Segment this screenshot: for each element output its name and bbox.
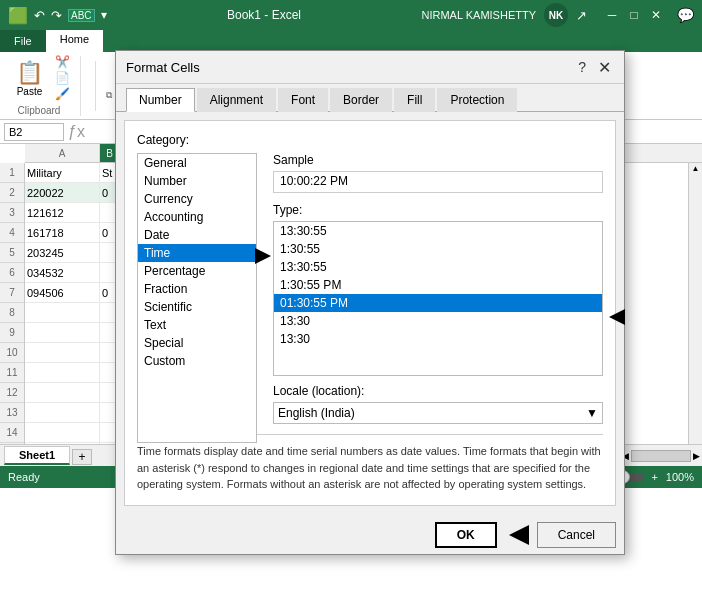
cat-general[interactable]: General [138,154,256,172]
dialog-launcher[interactable]: ⧉ [106,90,112,101]
type-item-0[interactable]: 13:30:55 [274,222,602,240]
row-header-2: 2 [0,183,24,203]
user-avatar: NK [544,3,568,27]
cell-a1[interactable]: Military [25,163,100,183]
tab-font[interactable]: Font [278,88,328,112]
tab-home[interactable]: Home [46,30,103,52]
cat-text[interactable]: Text [138,316,256,334]
horizontal-scroll[interactable]: ◀ ▶ [622,450,702,462]
zoom-in-icon[interactable]: + [651,471,657,483]
cat-accounting[interactable]: Accounting [138,208,256,226]
category-label: Category: [137,133,603,147]
cat-date[interactable]: Date [138,226,256,244]
row-header-13: 13 [0,403,24,423]
locale-label: Locale (location): [273,384,603,398]
add-sheet-button[interactable]: + [72,449,92,465]
tab-number[interactable]: Number [126,88,195,112]
cut-icon[interactable]: ✂️ [55,55,70,69]
tab-alignment[interactable]: Alignment [197,88,276,112]
type-item-1[interactable]: 1:30:55 [274,240,602,258]
type-item-3[interactable]: 1:30:55 PM [274,276,602,294]
cell-a10[interactable] [25,343,100,363]
format-painter-icon[interactable]: 🖌️ [55,87,70,101]
cell-a11[interactable] [25,363,100,383]
row-header-5: 5 [0,243,24,263]
right-panel: Sample 10:00:22 PM Type: 13:30:55 1:30:5… [273,153,603,424]
h-scrollbar-thumb[interactable] [631,450,691,462]
cat-scientific[interactable]: Scientific [138,298,256,316]
modal-buttons: OK Cancel [116,514,624,554]
chat-icon[interactable]: 💬 [677,7,694,23]
cat-custom[interactable]: Custom [138,352,256,370]
cell-a13[interactable] [25,403,100,423]
modal-main: General Number Currency Accounting Date … [137,153,603,424]
type-item-5[interactable]: 13:30 [274,312,602,330]
cell-a3[interactable]: 121612 [25,203,100,223]
cell-a12[interactable] [25,383,100,403]
cell-a7[interactable]: 094506 [25,283,100,303]
locale-select[interactable]: English (India) ▼ [273,402,603,424]
type-list[interactable]: 13:30:55 1:30:55 13:30:55 1:30:55 PM 01:… [273,221,603,376]
cell-a4[interactable]: 161718 [25,223,100,243]
zoom-level: 100% [666,471,694,483]
close-button[interactable]: ✕ [647,6,665,24]
cell-a2[interactable]: 220022 [25,183,100,203]
name-box[interactable]: B2 [4,123,64,141]
title-bar-right: NIRMAL KAMISHETTY NK ↗ ─ □ ✕ 💬 [422,3,695,27]
share-icon[interactable]: ↗ [576,8,587,23]
type-item-6[interactable]: 13:30 [274,330,602,348]
app-title: Book1 - Excel [107,8,422,22]
modal-close-button[interactable]: ✕ [594,57,614,77]
ok-button[interactable]: OK [435,522,497,548]
tab-protection[interactable]: Protection [437,88,517,112]
modal-help-button[interactable]: ? [578,59,586,75]
ok-arrow-indicator [505,525,529,545]
type-item-4[interactable]: 01:30:55 PM [274,294,602,312]
tab-file[interactable]: File [0,30,46,52]
undo-icon[interactable]: ↶ [34,8,45,23]
sheet-tab-sheet1[interactable]: Sheet1 [4,446,70,465]
row-header-9: 9 [0,323,24,343]
clipboard-label: Clipboard [18,105,61,116]
cell-a9[interactable] [25,323,100,343]
minimize-button[interactable]: ─ [603,6,621,24]
cell-a15[interactable] [25,443,100,444]
row-header-6: 6 [0,263,24,283]
cat-special[interactable]: Special [138,334,256,352]
status-ready: Ready [8,471,40,483]
row-header-4: 4 [0,223,24,243]
category-list[interactable]: General Number Currency Accounting Date … [137,153,257,443]
cell-a6[interactable]: 034532 [25,263,100,283]
maximize-button[interactable]: □ [625,6,643,24]
type-arrow-indicator [609,309,625,325]
cancel-button[interactable]: Cancel [537,522,616,548]
tab-fill[interactable]: Fill [394,88,435,112]
redo-icon[interactable]: ↷ [51,8,62,23]
format-cells-dialog: Format Cells ? ✕ Number Alignment Font B… [115,50,625,555]
scroll-right-icon[interactable]: ▶ [693,451,700,461]
modal-titlebar: Format Cells ? ✕ [116,51,624,84]
cat-number[interactable]: Number [138,172,256,190]
row-header-15: 15 [0,443,24,444]
scroll-up-icon[interactable]: ▲ [692,164,700,173]
cell-a5[interactable]: 203245 [25,243,100,263]
clipboard-group: 📋 Paste ✂️ 📄 🖌️ Clipboard [8,56,81,116]
row-header-10: 10 [0,343,24,363]
tab-border[interactable]: Border [330,88,392,112]
cat-currency[interactable]: Currency [138,190,256,208]
modal-tabs: Number Alignment Font Border Fill Protec… [116,84,624,112]
cat-fraction[interactable]: Fraction [138,280,256,298]
row-header-8: 8 [0,303,24,323]
type-item-2[interactable]: 13:30:55 [274,258,602,276]
cat-percentage[interactable]: Percentage [138,262,256,280]
copy-icon[interactable]: 📄 [55,71,70,85]
spellcheck-icon[interactable]: ABC [68,9,95,22]
cat-time[interactable]: Time [138,244,256,262]
excel-logo-icon: 🟩 [8,6,28,25]
paste-button[interactable]: 📋 Paste [8,56,51,101]
cell-a14[interactable] [25,423,100,443]
row-header-12: 12 [0,383,24,403]
row-header-11: 11 [0,363,24,383]
vertical-scrollbar[interactable]: ▲ ▼ [688,163,702,444]
cell-a8[interactable] [25,303,100,323]
